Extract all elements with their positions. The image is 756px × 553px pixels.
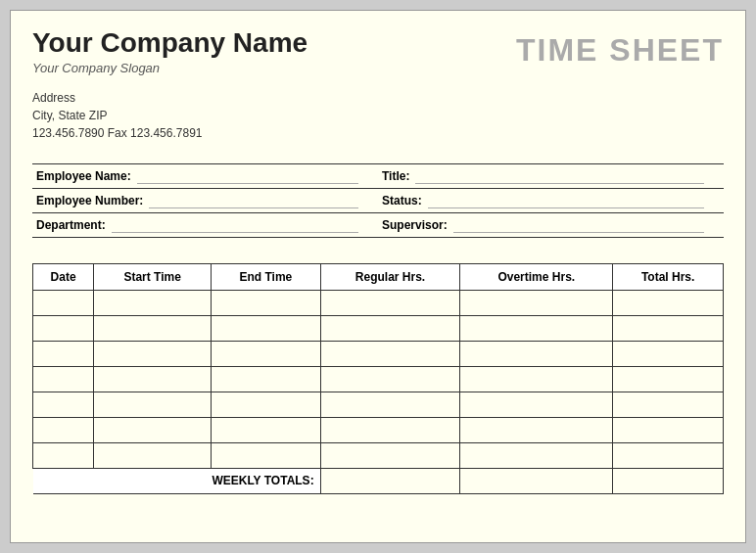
address-line3: 123.456.7890 Fax 123.456.7891 xyxy=(32,124,724,142)
col-total-hrs: Total Hrs. xyxy=(613,263,724,290)
info-row-3: Department: Supervisor: xyxy=(32,213,724,238)
weekly-totals-row: WEEKLY TOTALS: xyxy=(33,468,724,493)
table-row[interactable] xyxy=(33,442,724,468)
employee-name-cell: Employee Name: xyxy=(32,164,378,188)
weekly-totals-label: WEEKLY TOTALS: xyxy=(33,468,321,493)
col-regular-hrs: Regular Hrs. xyxy=(320,263,460,290)
col-overtime-hrs: Overtime Hrs. xyxy=(460,263,613,290)
table-cell[interactable] xyxy=(320,366,460,392)
table-cell[interactable] xyxy=(94,366,212,392)
address-line1: Address xyxy=(32,89,724,107)
table-cell[interactable] xyxy=(33,366,94,392)
time-table: Date Start Time End Time Regular Hrs. Ov… xyxy=(32,263,724,494)
col-end-time: End Time xyxy=(212,263,321,290)
title-value[interactable] xyxy=(415,168,704,184)
table-cell[interactable] xyxy=(212,315,321,341)
status-value[interactable] xyxy=(428,193,704,208)
employee-number-label: Employee Number: xyxy=(36,194,143,207)
header-row: Your Company Name Your Company Slogan TI… xyxy=(32,28,724,75)
table-row[interactable] xyxy=(33,290,724,315)
table-cell[interactable] xyxy=(320,442,460,468)
table-cell[interactable] xyxy=(460,417,613,442)
table-cell[interactable] xyxy=(460,366,613,392)
table-cell[interactable] xyxy=(33,417,94,442)
table-cell[interactable] xyxy=(613,290,724,315)
info-row-1: Employee Name: Title: xyxy=(32,164,724,189)
table-cell[interactable] xyxy=(94,290,212,315)
table-cell[interactable] xyxy=(33,341,94,366)
weekly-total-cell[interactable] xyxy=(460,468,613,493)
title-label: Title: xyxy=(382,169,409,183)
table-cell[interactable] xyxy=(460,315,613,341)
address-line2: City, State ZIP xyxy=(32,107,724,124)
table-row[interactable] xyxy=(33,392,724,417)
company-name: Your Company Name xyxy=(32,28,307,59)
timesheet-page: Your Company Name Your Company Slogan TI… xyxy=(10,10,746,543)
table-cell[interactable] xyxy=(33,315,94,341)
status-cell: Status: xyxy=(378,189,724,212)
table-cell[interactable] xyxy=(460,341,613,366)
table-cell[interactable] xyxy=(460,290,613,315)
table-cell[interactable] xyxy=(460,442,613,468)
table-cell[interactable] xyxy=(94,442,212,468)
col-start-time: Start Time xyxy=(94,263,212,290)
table-cell[interactable] xyxy=(33,442,94,468)
table-cell[interactable] xyxy=(613,417,724,442)
table-cell[interactable] xyxy=(613,442,724,468)
info-row-2: Employee Number: Status: xyxy=(32,189,724,213)
supervisor-value[interactable] xyxy=(453,217,704,233)
table-cell[interactable] xyxy=(613,341,724,366)
table-cell[interactable] xyxy=(33,392,94,417)
table-cell[interactable] xyxy=(320,290,460,315)
department-cell: Department: xyxy=(32,213,378,237)
department-label: Department: xyxy=(36,218,106,232)
table-row[interactable] xyxy=(33,341,724,366)
table-cell[interactable] xyxy=(212,366,321,392)
table-cell[interactable] xyxy=(94,392,212,417)
table-cell[interactable] xyxy=(320,341,460,366)
timesheet-title: TIME SHEET xyxy=(516,32,724,69)
table-cell[interactable] xyxy=(613,366,724,392)
table-cell[interactable] xyxy=(613,392,724,417)
address-block: Address City, State ZIP 123.456.7890 Fax… xyxy=(32,89,724,142)
table-cell[interactable] xyxy=(320,315,460,341)
table-row[interactable] xyxy=(33,366,724,392)
employee-info: Employee Name: Title: Employee Number: S… xyxy=(32,163,724,238)
table-cell[interactable] xyxy=(33,290,94,315)
employee-name-value[interactable] xyxy=(137,168,358,184)
employee-number-value[interactable] xyxy=(149,193,358,208)
status-label: Status: xyxy=(382,194,422,207)
supervisor-label: Supervisor: xyxy=(382,218,448,232)
table-cell[interactable] xyxy=(94,315,212,341)
employee-number-cell: Employee Number: xyxy=(32,189,378,212)
supervisor-cell: Supervisor: xyxy=(378,213,724,237)
employee-name-label: Employee Name: xyxy=(36,169,131,183)
company-info: Your Company Name Your Company Slogan xyxy=(32,28,307,75)
table-row[interactable] xyxy=(33,417,724,442)
table-cell[interactable] xyxy=(320,392,460,417)
table-cell[interactable] xyxy=(94,417,212,442)
table-row[interactable] xyxy=(33,315,724,341)
company-slogan: Your Company Slogan xyxy=(32,61,307,75)
department-value[interactable] xyxy=(112,217,358,233)
table-cell[interactable] xyxy=(212,392,321,417)
table-cell[interactable] xyxy=(613,315,724,341)
table-cell[interactable] xyxy=(212,417,321,442)
table-cell[interactable] xyxy=(212,290,321,315)
table-cell[interactable] xyxy=(320,417,460,442)
table-header-row: Date Start Time End Time Regular Hrs. Ov… xyxy=(33,263,724,290)
col-date: Date xyxy=(33,263,94,290)
weekly-total-cell[interactable] xyxy=(320,468,460,493)
table-cell[interactable] xyxy=(212,341,321,366)
table-cell[interactable] xyxy=(460,392,613,417)
weekly-total-cell[interactable] xyxy=(613,468,724,493)
table-cell[interactable] xyxy=(94,341,212,366)
table-cell[interactable] xyxy=(212,442,321,468)
title-cell: Title: xyxy=(378,164,724,188)
